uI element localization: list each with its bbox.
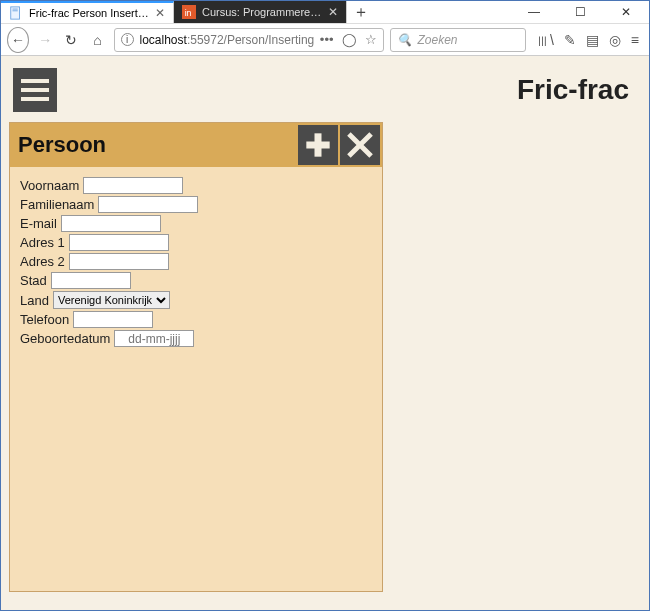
browser-tab-active[interactable]: Fric-frac Person Inserting One ✕ [1, 1, 174, 23]
app-brand: Fric-frac [517, 74, 629, 106]
home-button[interactable]: ⌂ [87, 28, 107, 52]
email-input[interactable] [61, 215, 161, 232]
page-body: Fric-frac Persoon Voornaam [1, 56, 649, 611]
tab-close-icon[interactable]: ✕ [155, 6, 165, 20]
window-controls: — ☐ ✕ [511, 1, 649, 23]
adres1-input[interactable] [69, 234, 169, 251]
email-label: E-mail [20, 216, 57, 231]
evernote-icon[interactable]: ✎ [564, 32, 576, 48]
stad-input[interactable] [51, 272, 131, 289]
library-icon[interactable]: ⫼\ [536, 32, 554, 48]
new-tab-button[interactable]: ＋ [347, 1, 375, 23]
svg-rect-2 [13, 10, 18, 11]
window-maximize-button[interactable]: ☐ [557, 1, 603, 23]
favicon-icon: in [182, 5, 196, 19]
land-select[interactable]: Verenigd Koninkrijk [53, 291, 170, 309]
add-button[interactable] [298, 125, 338, 165]
window-minimize-button[interactable]: — [511, 1, 557, 23]
back-button[interactable]: ← [7, 27, 29, 53]
bookmark-icon[interactable]: ☆ [365, 32, 377, 47]
info-icon[interactable]: i [121, 33, 134, 46]
svg-rect-6 [306, 142, 329, 149]
telefoon-input[interactable] [73, 311, 153, 328]
address-bar[interactable]: i localhost:55972/Person/InsertingOne ••… [114, 28, 384, 52]
svg-rect-1 [13, 9, 18, 10]
tab-label: Cursus: Programmeren 3 TV 15 [202, 6, 322, 18]
more-icon[interactable]: ••• [320, 32, 334, 47]
adres1-label: Adres 1 [20, 235, 65, 250]
telefoon-label: Telefoon [20, 312, 69, 327]
person-panel: Persoon Voornaam Familienaam [9, 122, 383, 592]
app-header: Fric-frac [9, 64, 641, 122]
app-menu-button[interactable] [13, 68, 57, 112]
geboortedatum-input[interactable] [114, 330, 194, 347]
person-form: Voornaam Familienaam E-mail Adres 1 Adre… [10, 167, 382, 359]
url-text: localhost:55972/Person/InsertingOne [140, 33, 314, 47]
geboortedatum-label: Geboortedatum [20, 331, 110, 346]
panel-header: Persoon [10, 123, 382, 167]
stad-label: Stad [20, 273, 47, 288]
voornaam-label: Voornaam [20, 178, 79, 193]
window-titlebar: Fric-frac Person Inserting One ✕ in Curs… [1, 1, 649, 24]
viewport: Fric-frac Persoon Voornaam [1, 56, 649, 611]
adres2-label: Adres 2 [20, 254, 65, 269]
tab-label: Fric-frac Person Inserting One [29, 7, 149, 19]
sidebar-icon[interactable]: ▤ [586, 32, 599, 48]
svg-marker-7 [347, 132, 373, 158]
browser-toolbar: ← → ↻ ⌂ i localhost:55972/Person/Inserti… [1, 24, 649, 56]
hamburger-bar-icon [21, 97, 49, 101]
familienaam-input[interactable] [98, 196, 198, 213]
search-placeholder: Zoeken [418, 33, 458, 47]
familienaam-label: Familienaam [20, 197, 94, 212]
hamburger-bar-icon [21, 79, 49, 83]
reload-button[interactable]: ↻ [61, 28, 81, 52]
search-box[interactable]: 🔍 Zoeken [390, 28, 526, 52]
cancel-button[interactable] [340, 125, 380, 165]
url-host: localhost [140, 33, 187, 47]
favicon-icon [9, 6, 23, 20]
reader-icon[interactable]: ◯ [342, 32, 357, 47]
url-port: :55972 [187, 33, 224, 47]
tab-close-icon[interactable]: ✕ [328, 5, 338, 19]
extension-icon[interactable]: ◎ [609, 32, 621, 48]
voornaam-input[interactable] [83, 177, 183, 194]
svg-text:in: in [185, 8, 192, 18]
menu-icon[interactable]: ≡ [631, 32, 639, 48]
hamburger-bar-icon [21, 88, 49, 92]
search-icon: 🔍 [397, 33, 412, 47]
adres2-input[interactable] [69, 253, 169, 270]
close-icon [346, 131, 374, 159]
window-close-button[interactable]: ✕ [603, 1, 649, 23]
forward-button: → [35, 28, 55, 52]
panel-title: Persoon [18, 132, 106, 158]
plus-icon [304, 131, 332, 159]
browser-tab-inactive[interactable]: in Cursus: Programmeren 3 TV 15 ✕ [174, 1, 347, 23]
land-label: Land [20, 293, 49, 308]
url-path: /Person/InsertingOne [224, 33, 314, 47]
